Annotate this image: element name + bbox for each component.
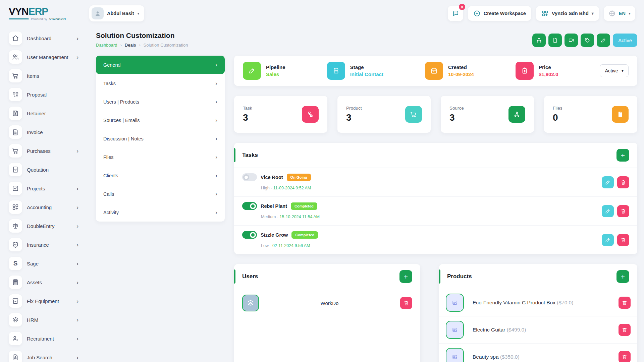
chevron-right-icon: › [76, 317, 78, 323]
sidebar-item-dashboard[interactable]: Dashboard › [9, 32, 78, 45]
stat-label: Source [449, 106, 464, 111]
edit-task-button[interactable] [602, 205, 614, 217]
letter-s-icon: S [9, 257, 22, 270]
add-user-button[interactable]: + [399, 270, 412, 283]
deal-menu-item-tasks[interactable]: Tasks› [96, 74, 225, 93]
chevron-right-icon: › [76, 298, 78, 304]
delete-task-button[interactable] [617, 205, 629, 217]
chevron-right-icon: › [76, 355, 78, 360]
stats-row: Task 3 Product 3 Sourc [234, 96, 637, 133]
breadcrumb: Dashboard › Deals › Solution Customizati… [96, 43, 188, 48]
file-button[interactable] [548, 34, 562, 47]
sitemap-button[interactable] [532, 34, 546, 47]
task-datetime: 11-09-2024 9:52 AM [273, 186, 311, 190]
task-name: Vice Root [261, 175, 283, 180]
task-complete-toggle[interactable] [242, 173, 257, 181]
language-selector[interactable]: EN ▾ [604, 6, 635, 21]
sidebar-item-label: Dashboard [27, 36, 72, 41]
sidebar-item-doubleentry[interactable]: DoubleEntry › [9, 219, 78, 233]
sidebar-item-fix-equipment[interactable]: Fix Equipment › [9, 294, 78, 308]
menu-item-label: General [103, 62, 121, 68]
task-status-badge: On Going [287, 174, 311, 181]
product-price: ($70.0) [557, 300, 573, 305]
sidebar-item-user-management[interactable]: User Management › [9, 50, 78, 64]
deal-menu-item-activity[interactable]: Activity› [96, 203, 225, 222]
sidebar-item-retainer[interactable]: Retainer [9, 107, 78, 120]
chevron-down-icon: ▾ [592, 11, 594, 16]
create-workspace-button[interactable]: Create Workspace [468, 6, 531, 21]
menu-item-label: Discussion | Notes [103, 136, 144, 141]
trash-icon [622, 300, 628, 306]
sidebar-item-purchases[interactable]: Purchases › [9, 144, 78, 158]
task-complete-toggle[interactable] [242, 202, 257, 210]
edit-task-button[interactable] [602, 234, 614, 246]
menu-item-label: Tasks [103, 81, 116, 86]
tag-button[interactable] [581, 34, 594, 47]
check-square-icon [9, 182, 22, 195]
powered-by-label: Powered By [31, 17, 47, 21]
delete-task-button[interactable] [617, 234, 629, 246]
cart-icon [405, 106, 422, 123]
stat-value: 3 [243, 112, 252, 123]
deal-menu-item-users-products[interactable]: Users | Products› [96, 93, 225, 111]
sidebar-item-insurance[interactable]: Insurance › [9, 238, 78, 251]
deal-menu-item-discussion-notes[interactable]: Discussion | Notes› [96, 129, 225, 148]
sidebar-item-proposal[interactable]: Proposal [9, 88, 78, 101]
user-row: WorkDo [234, 289, 420, 317]
remove-user-button[interactable] [400, 297, 412, 309]
sidebar-item-items[interactable]: Items [9, 69, 78, 82]
edit-task-button[interactable] [602, 176, 614, 188]
workspace-selector[interactable]: Vynzio Sdn Bhd ▾ [536, 6, 599, 21]
breadcrumb-deals-link[interactable]: Deals [125, 43, 136, 48]
language-code: EN [619, 11, 626, 16]
user-row-name: WorkDo [259, 300, 400, 306]
users-panel-title: Users [242, 273, 258, 280]
cart-icon [9, 144, 22, 158]
sidebar-item-label: Proposal [27, 92, 78, 98]
status-active-button[interactable]: Active [613, 34, 637, 47]
sidebar-item-recruitment[interactable]: Recruitment › [9, 332, 78, 345]
messages-button[interactable]: 0 [448, 6, 463, 21]
sidebar-item-projects[interactable]: Projects › [9, 182, 78, 195]
summary-label: Created [448, 64, 474, 70]
remove-product-button[interactable] [619, 297, 631, 309]
video-button[interactable] [565, 34, 578, 47]
task-datetime: 15-10-2024 11:54 AM [280, 215, 320, 219]
add-task-button[interactable]: + [616, 149, 629, 162]
tasks-panel-title: Tasks [242, 152, 258, 159]
deal-menu-item-files[interactable]: Files› [96, 148, 225, 166]
chevron-down-icon: ▾ [622, 68, 624, 73]
home-icon [9, 32, 22, 45]
sidebar-item-hrm[interactable]: HRM › [9, 313, 78, 326]
product-price: ($350.0) [500, 354, 520, 360]
deal-menu-item-clients[interactable]: Clients› [96, 166, 225, 185]
remove-product-button[interactable] [619, 324, 631, 336]
task-complete-toggle[interactable] [242, 231, 257, 239]
user-menu[interactable]: Abdul Basit ▾ [89, 5, 144, 21]
messages-count-badge: 0 [459, 4, 465, 10]
sidebar-item-label: Recruitment [27, 336, 72, 342]
sidebar-item-invoice[interactable]: Invoice [9, 125, 78, 139]
sidebar-item-assets[interactable]: Assets › [9, 276, 78, 289]
add-product-button[interactable]: + [616, 270, 629, 283]
deal-menu-item-sources-emails[interactable]: Sources | Emails› [96, 111, 225, 129]
deal-menu-item-calls[interactable]: Calls› [96, 185, 225, 203]
create-workspace-label: Create Workspace [484, 11, 526, 16]
breadcrumb-dashboard-link[interactable]: Dashboard [96, 43, 117, 48]
remove-product-button[interactable] [619, 351, 631, 362]
sidebar-item-quotation[interactable]: Quotation [9, 163, 78, 176]
sidebar-item-label: Projects [27, 186, 72, 191]
delete-task-button[interactable] [617, 176, 629, 188]
server-icon [327, 62, 345, 80]
edit-button[interactable] [597, 34, 610, 47]
shield-check-icon [9, 238, 22, 251]
task-status-badge: Completed [291, 202, 317, 210]
sidebar-item-sage[interactable]: S Sage › [9, 257, 78, 270]
deal-status-select[interactable]: Active ▾ [600, 64, 629, 77]
sidebar-item-job-search[interactable]: Job Search › [9, 351, 78, 362]
summary-label: Pipeline [266, 64, 285, 70]
product-price: ($499.0) [507, 327, 526, 333]
sidebar-item-accounting[interactable]: Accounting › [9, 200, 78, 214]
products-panel-title: Products [447, 273, 472, 280]
deal-menu-item-general[interactable]: General› [96, 56, 225, 74]
